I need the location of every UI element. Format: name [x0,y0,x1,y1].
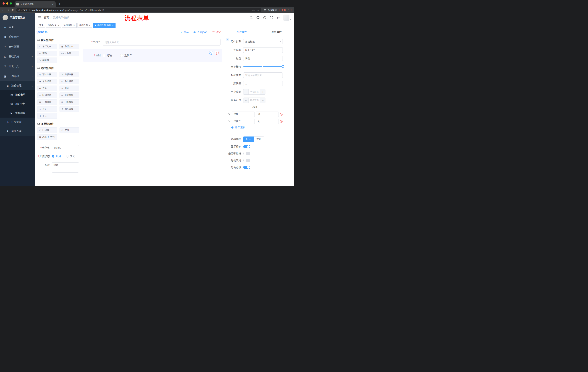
required-toggle[interactable] [243,166,250,169]
disabled-toggle[interactable] [243,159,250,162]
tag-close-icon[interactable]: × [73,24,75,27]
reload-button[interactable]: ↻ [11,9,14,11]
label-width-input[interactable] [243,73,283,78]
browser-update-button[interactable]: 更新 ⋮ [279,8,292,12]
sidebar-item-process-form[interactable]: ▤ 流程表单 [0,90,35,99]
form-canvas[interactable]: *手机号 *性别 选项一 选项二 [81,36,224,186]
min-select-value[interactable]: 至少应选 [249,89,260,95]
sidebar-item-user-group[interactable]: ☺ 用户分组 [0,99,35,108]
user-menu[interactable]: ▾ [283,15,291,21]
chip-time-range[interactable]: ◷时间范围 [60,93,79,98]
chip-select[interactable]: ◎下拉选择 [37,72,57,77]
sidebar-item-workflow[interactable]: ▣ 工作流程 ▴ [0,71,35,81]
decrement-button[interactable]: − [243,98,249,103]
default-value-input[interactable] [243,81,283,86]
option-1-label-input[interactable] [231,112,255,117]
add-option-button[interactable]: 添加选项 [231,126,245,129]
remove-option-button[interactable] [280,120,283,123]
title-input[interactable] [243,56,283,61]
help-icon[interactable]: ? [263,16,266,19]
address-bar[interactable]: ⚠ 不安全 dashboard.yudao.iocoder.cn/bpm/man… [16,8,261,12]
security-warning-chip[interactable]: ⚠ 不安全 [18,9,28,12]
checkbox-icon[interactable] [103,54,105,57]
chip-color-picker[interactable]: ⊛颜色选择 [60,106,79,112]
show-label-toggle[interactable] [243,145,250,148]
border-toggle[interactable] [243,152,250,155]
github-icon[interactable] [256,16,260,19]
sidebar-item-process-model[interactable]: ▶ 流程模型 [0,108,35,117]
zoom-window-button[interactable] [10,2,12,5]
tab-close-icon[interactable]: × [52,3,54,6]
slider-track[interactable] [243,66,283,67]
chip-password[interactable]: ⊠密码 [37,51,57,56]
sidebar-item-task-management[interactable]: ⋔ 任务管理 ▾ [0,117,35,127]
tag-close-icon[interactable]: × [89,24,91,27]
tag-process-definition[interactable]: 流程定义 × [46,23,61,28]
tag-process-form[interactable]: 流程表单 × [77,23,92,28]
chip-button[interactable]: ⊡按钮 [60,128,79,133]
browser-menu-icon[interactable]: ⋮ [287,9,290,11]
chip-slider[interactable]: ⊸滑块 [60,85,79,91]
chip-row-container[interactable]: ◫行容器 [37,128,57,133]
canvas-field-phone[interactable]: *手机号 [83,39,222,47]
chip-upload[interactable]: ↥上传 [37,113,57,119]
gender-option-1-checkbox[interactable]: 选项一 [103,54,115,57]
chip-date-picker[interactable]: ▦日期选择 [37,99,57,105]
sidebar-item-process-management[interactable]: ≣ 流程管理 ▴ [0,81,35,90]
gender-option-2-checkbox[interactable]: 选项二 [120,54,132,57]
increment-button[interactable]: + [260,98,265,103]
option-2-label-input[interactable] [231,119,255,124]
hamburger-icon[interactable] [38,16,41,20]
min-select-stepper[interactable]: − 至少应选 + [243,89,265,95]
tag-process-model[interactable]: 流程模型 × [62,23,77,28]
decrement-button[interactable]: − [243,89,249,95]
max-select-value[interactable]: 最多可选 [249,98,260,103]
chip-multi-line-text[interactable]: ▤多行文本 [60,44,79,49]
clear-button[interactable]: 清空 [212,31,221,34]
form-name-input[interactable] [52,145,79,150]
drag-handle-icon[interactable] [228,120,231,123]
back-button[interactable]: ← [2,9,5,11]
fullscreen-icon[interactable] [270,16,273,19]
avatar[interactable] [283,15,289,21]
status-off-radio[interactable]: 关闭 [66,155,75,158]
checkbox-icon[interactable] [120,54,123,57]
tag-close-icon[interactable]: × [57,24,59,27]
chip-counter[interactable]: 123计数器 [60,51,79,56]
component-type-value[interactable] [243,39,283,44]
chip-date-range[interactable]: ▥日期范围 [60,99,79,105]
tag-home[interactable]: 首页 [38,23,45,28]
status-on-radio[interactable]: 开启 [52,155,61,158]
max-select-stepper[interactable]: − 最多可选 + [243,97,265,103]
delete-component-button[interactable] [215,51,219,55]
chip-single-line-text[interactable]: ▭单行文本 [37,44,57,49]
sidebar-item-devtools[interactable]: ⚒ 研发工具 ▾ [0,62,35,71]
option-1-value-input[interactable] [256,112,279,117]
field-name-input[interactable] [243,47,283,53]
component-type-select[interactable]: ▾ [243,39,283,44]
search-icon[interactable] [250,16,253,19]
increment-button[interactable]: + [260,89,265,95]
sidebar-logo[interactable]: 芋道管理系统 [0,13,35,22]
chip-radio-group[interactable]: ◉单选框组 [37,79,57,84]
grid-slider[interactable] [243,64,283,70]
remove-option-button[interactable] [280,113,283,116]
form-remark-textarea[interactable]: 嘿嘿 [52,162,79,172]
chip-checkbox-group[interactable]: ☑多选框组 [60,79,79,84]
tab-form-props[interactable]: 表单属性 [259,28,294,36]
chip-switch[interactable]: ⊶开关 [37,85,57,91]
tab-component-props[interactable]: 组件属性 [224,28,259,36]
chip-table[interactable]: ▩表格[开发中] [37,134,57,140]
password-key-icon[interactable] [252,8,255,12]
font-size-icon[interactable]: TT [276,16,280,19]
link-icon[interactable] [226,38,229,41]
new-tab-button[interactable]: + [58,2,61,6]
drag-handle-icon[interactable] [228,113,231,116]
chip-cascader[interactable]: ⋔级联选择 [60,72,79,77]
canvas-field-gender-selected[interactable]: *性别 选项一 选项二 [83,49,222,62]
phone-input[interactable] [103,39,220,45]
sidebar-item-system[interactable]: ⚙ 系统管理 ▾ [0,32,35,42]
sidebar-item-infra[interactable]: ⊞ 基础设施 ▾ [0,52,35,62]
option-2-value-input[interactable] [256,119,279,124]
browser-tab[interactable]: 芋道管理系统 × [15,1,56,7]
